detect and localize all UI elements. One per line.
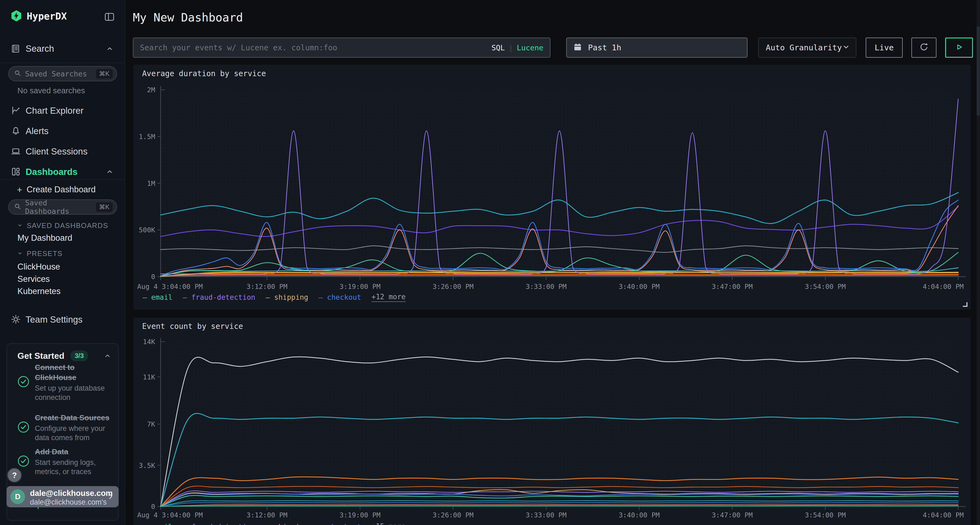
- legend-item[interactable]: — fraud-detection: [183, 293, 255, 301]
- sidebar: HyperDX Search Saved Searches ⌘K No save…: [0, 0, 125, 525]
- bell-icon: [11, 126, 21, 136]
- svg-text:3:19:00 PM: 3:19:00 PM: [339, 282, 380, 290]
- search-section-icon: [11, 44, 20, 53]
- shortcut-badge: ⌘K: [96, 202, 113, 212]
- time-range-value: Past 1h: [588, 43, 621, 52]
- chevron-down-icon: [17, 250, 23, 257]
- svg-text:3:12:00 PM: 3:12:00 PM: [247, 282, 288, 290]
- main-content: My New Dashboard Search your events w/ L…: [125, 0, 980, 525]
- chevron-up-icon[interactable]: [104, 352, 111, 359]
- svg-text:0: 0: [151, 503, 155, 511]
- legend-item[interactable]: — checkout: [318, 293, 361, 301]
- chevron-right-icon: [107, 493, 115, 500]
- saved-dashboards-placeholder: Saved Dashboards: [25, 198, 96, 216]
- avatar: D: [10, 489, 25, 504]
- svg-text:3:33:00 PM: 3:33:00 PM: [526, 511, 567, 519]
- refresh-icon: [919, 42, 929, 53]
- get-started-progress-badge: 3/3: [70, 351, 88, 361]
- group-presets[interactable]: PRESETS: [17, 249, 63, 258]
- saved-dashboards-input[interactable]: Saved Dashboards ⌘K: [8, 199, 117, 215]
- chart-svg-0[interactable]: 0500K1M1.5M2MAug 4 3:04:00 PM3:12:00 PM3…: [134, 65, 971, 309]
- step-title: Connect to ClickHouse: [35, 362, 110, 382]
- no-saved-searches-text: No saved searches: [18, 86, 85, 95]
- laptop-icon: [11, 146, 21, 156]
- svg-text:3:54:00 PM: 3:54:00 PM: [805, 282, 846, 290]
- sidebar-item-alerts[interactable]: Alerts: [0, 124, 125, 138]
- create-dashboard-label: Create Dashboard: [27, 185, 95, 195]
- sidebar-item-search[interactable]: Search: [0, 41, 125, 56]
- chart-legend-0: — email— fraud-detection— shipping— chec…: [143, 293, 406, 302]
- step-desc: Configure where your data comes from: [35, 424, 110, 442]
- svg-text:3:40:00 PM: 3:40:00 PM: [619, 511, 660, 519]
- plus-icon: +: [17, 185, 22, 194]
- legend-more-link[interactable]: +15 more: [372, 522, 406, 525]
- divider: [0, 179, 125, 180]
- svg-text:0: 0: [151, 273, 155, 281]
- svg-text:3:54:00 PM: 3:54:00 PM: [805, 511, 846, 519]
- scrollbar[interactable]: [977, 0, 980, 525]
- search-icon: [14, 70, 21, 78]
- sidebar-item-chart-explorer[interactable]: Chart Explorer: [0, 103, 125, 117]
- granularity-select[interactable]: Auto Granularity: [758, 38, 856, 58]
- svg-text:14K: 14K: [143, 338, 155, 346]
- svg-text:Aug 4 3:04:00 PM: Aug 4 3:04:00 PM: [137, 511, 203, 519]
- svg-text:3:12:00 PM: 3:12:00 PM: [247, 511, 288, 519]
- shortcut-badge: ⌘K: [96, 69, 113, 79]
- user-email: dale@clickhouse.com: [30, 489, 113, 498]
- event-search-input[interactable]: Search your events w/ Lucene ex. column:…: [133, 38, 550, 58]
- group-label: SAVED DASHBOARDS: [27, 221, 108, 230]
- chevron-down-icon: [17, 222, 23, 229]
- get-started-title: Get Started: [18, 351, 64, 361]
- saved-searches-input[interactable]: Saved Searches ⌘K: [8, 66, 117, 81]
- svg-text:3.5K: 3.5K: [139, 462, 155, 469]
- divider: [0, 63, 125, 63]
- calendar-icon: [573, 43, 582, 52]
- run-query-button[interactable]: [945, 38, 973, 58]
- chevron-up-icon: [106, 168, 113, 175]
- svg-text:4:04:00 PM: 4:04:00 PM: [923, 282, 964, 290]
- get-started-step[interactable]: Connect to ClickHouse Set up your databa…: [18, 362, 110, 402]
- sidebar-item-services[interactable]: Services: [18, 274, 50, 284]
- lucene-mode-toggle[interactable]: Lucene: [517, 43, 543, 52]
- user-team: dale@clickhouse.com's: [30, 498, 107, 506]
- gear-icon: [11, 314, 21, 324]
- legend-item[interactable]: — email: [143, 523, 173, 525]
- sidebar-item-dashboards[interactable]: Dashboards: [0, 165, 125, 179]
- help-button[interactable]: ?: [7, 468, 22, 482]
- legend-item[interactable]: — checkout: [318, 523, 361, 525]
- svg-text:1M: 1M: [147, 179, 155, 187]
- svg-text:11K: 11K: [143, 373, 155, 381]
- sidebar-item-my-dashboard[interactable]: My Dashboard: [18, 233, 72, 243]
- legend-item[interactable]: — email: [143, 293, 173, 301]
- legend-item[interactable]: — shipping: [266, 293, 309, 301]
- create-dashboard-button[interactable]: + Create Dashboard: [17, 185, 95, 195]
- sidebar-item-kubernetes[interactable]: Kubernetes: [18, 286, 61, 296]
- time-range-picker[interactable]: Past 1h: [566, 38, 748, 58]
- chevron-down-icon: [842, 43, 850, 52]
- check-circle-icon: [18, 421, 29, 434]
- live-button[interactable]: Live: [865, 38, 903, 58]
- legend-item[interactable]: — fraud-detection: [183, 523, 255, 525]
- sidebar-item-label: Search: [25, 43, 54, 54]
- group-saved-dashboards[interactable]: SAVED DASHBOARDS: [17, 221, 108, 230]
- granularity-value: Auto Granularity: [766, 43, 842, 52]
- sidebar-item-clickhouse[interactable]: ClickHouse: [18, 262, 60, 272]
- sql-mode-toggle[interactable]: SQL: [492, 43, 505, 52]
- get-started-step[interactable]: Create Data Sources Configure where your…: [18, 412, 110, 442]
- chart-svg-1[interactable]: 03.5K7K11K14KAug 4 3:04:00 PM3:12:00 PM3…: [134, 317, 971, 525]
- legend-item[interactable]: — shipping: [266, 523, 309, 525]
- brand-title: HyperDX: [27, 11, 67, 22]
- resize-grip[interactable]: [963, 302, 967, 307]
- user-menu[interactable]: D dale@clickhouse.com dale@clickhouse.co…: [6, 486, 119, 507]
- get-started-step[interactable]: Add Data Start sending logs, metrics, or…: [18, 447, 110, 476]
- refresh-button[interactable]: [912, 38, 937, 58]
- legend-more-link[interactable]: +12 more: [372, 293, 406, 302]
- scrollbar-thumb[interactable]: [977, 26, 980, 116]
- sidebar-collapse-icon[interactable]: [104, 11, 115, 22]
- hyperdx-logo-icon: [10, 10, 22, 23]
- mode-separator: |: [509, 43, 513, 52]
- sidebar-item-client-sessions[interactable]: Client Sessions: [0, 144, 125, 158]
- step-title: Add Data: [35, 447, 110, 457]
- svg-text:1.5M: 1.5M: [139, 133, 155, 141]
- sidebar-item-team-settings[interactable]: Team Settings: [0, 312, 125, 327]
